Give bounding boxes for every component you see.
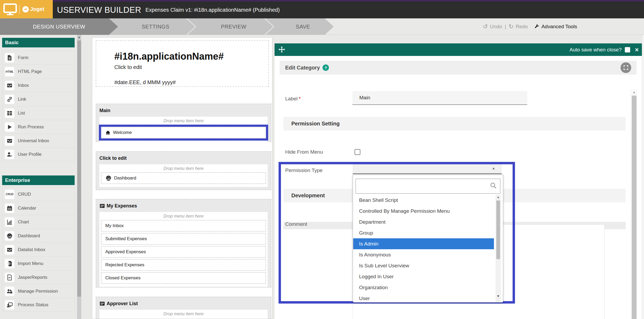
sidebar-item-chart[interactable]: Chart — [2, 215, 75, 229]
hide-from-menu-checkbox[interactable] — [355, 149, 360, 155]
userview-builder: Joget USERVIEW BUILDER Expenses Claim v1… — [0, 0, 644, 319]
sidebar-item-label: Process Status — [18, 302, 48, 308]
autosave-checkbox[interactable] — [625, 47, 630, 52]
sidebar-item-label: Form — [18, 55, 29, 60]
edit-category-header: Edit Category ? — [280, 61, 637, 75]
joget-logo[interactable]: Joget — [0, 0, 53, 18]
link-icon — [5, 94, 15, 104]
sidebar-item-label: Datalist Inbox — [18, 247, 45, 252]
user-edit-icon — [5, 149, 15, 160]
dropdown-scrollbar[interactable]: ▲ ▼ — [496, 195, 501, 302]
redo-button[interactable]: ↻ Redo — [509, 23, 528, 30]
panel-scroll-thumb[interactable] — [632, 96, 637, 319]
click-to-edit-hint[interactable]: Click to edit — [114, 64, 268, 70]
category-my-expenses[interactable]: My ExpensesDrop menu item hereMy InboxSu… — [96, 199, 271, 288]
dropdown-option-user[interactable]: User — [353, 293, 494, 302]
menu-item-approved-expenses[interactable]: Approved Expenses — [101, 246, 266, 258]
tab-settings[interactable]: SETTINGS — [108, 18, 195, 35]
tab-design-userview[interactable]: DESIGN USERVIEW — [0, 18, 118, 35]
dropdown-option-is-admin[interactable]: Is Admin — [353, 238, 494, 249]
sidebar-item-label: User Profile — [18, 152, 42, 157]
sidebar-section-basic: Basic — [2, 38, 75, 47]
sidebar-item-run-process[interactable]: Run Process — [2, 120, 75, 134]
dropdown-scroll-thumb[interactable] — [496, 201, 500, 259]
scroll-up-icon[interactable]: ▲ — [496, 195, 501, 199]
category-label[interactable]: Main — [99, 108, 110, 113]
category-label[interactable]: Approver List — [107, 301, 138, 306]
sidebar-item-process-status[interactable]: Process Status — [2, 298, 75, 312]
sidebar-item-form[interactable]: Form — [2, 51, 75, 64]
category-dropzone[interactable]: Drop menu item hereMy InboxSubmitted Exp… — [99, 212, 268, 287]
user-screen-icon — [5, 300, 15, 310]
category-dropzone[interactable]: Drop menu item hereWelcome — [99, 117, 268, 144]
dropdown-option-is-anonymous[interactable]: Is Anonymous — [353, 249, 494, 260]
userview-title[interactable]: #i18n.applicationName# — [114, 51, 268, 62]
tab-preview[interactable]: PREVIEW — [186, 18, 273, 35]
scroll-down-icon[interactable]: ▼ — [496, 294, 501, 298]
category-main[interactable]: MainDrop menu item hereWelcome — [96, 104, 271, 142]
menu-item-dashboard[interactable]: Dashboard — [101, 172, 266, 184]
gauge-icon — [5, 231, 15, 241]
help-icon[interactable]: ? — [323, 64, 329, 71]
sidebar-item-import-menu[interactable]: Import Menu — [2, 256, 75, 270]
sidebar-scrollbar[interactable]: ▲ — [77, 35, 81, 319]
panel-scrollbar[interactable]: ▲ — [631, 89, 637, 319]
design-canvas: #i18n.applicationName# Click to edit #da… — [92, 37, 272, 319]
dropdown-option-controlled-by-manage-permission-menu[interactable]: Controlled By Manage Permission Menu — [353, 206, 494, 216]
page-right-gutter — [642, 35, 644, 319]
dropdown-option-logged-in-user[interactable]: Logged In User — [353, 271, 494, 282]
close-icon[interactable]: × — [635, 43, 639, 56]
permission-setting-header: Permission Setting — [283, 117, 626, 130]
category-label[interactable]: My Expenses — [107, 203, 137, 209]
sidebar-item-datalist-inbox[interactable]: Datalist Inbox — [2, 243, 75, 256]
menu-item-welcome[interactable]: Welcome — [101, 127, 266, 138]
sidebar-item-universal-inbox[interactable]: Universal Inbox — [2, 134, 75, 148]
sidebar-scroll-thumb[interactable] — [77, 40, 81, 297]
logo-separator — [19, 5, 20, 14]
menu-item-label: Dashboard — [114, 175, 136, 181]
permission-type-select[interactable]: ▲ — [353, 164, 502, 174]
dropdown-option-is-sub-level-userview[interactable]: Is Sub Level Userview — [353, 260, 494, 271]
menu-item-closed-expenses[interactable]: Closed Expenses — [101, 272, 266, 284]
userview-header-block[interactable]: #i18n.applicationName# Click to edit #da… — [96, 40, 269, 87]
app-subtitle: Expenses Claim v1: #i18n.applicationName… — [146, 7, 280, 13]
advanced-tools-button[interactable]: Advanced Tools — [534, 24, 577, 30]
menu-item-submitted-expenses[interactable]: Submitted Expenses — [101, 233, 266, 245]
builder-tabbar: DESIGN USERVIEWSETTINGSPREVIEWSAVE ↺ Und… — [0, 18, 644, 35]
sidebar-item-user-profile[interactable]: User Profile — [2, 148, 75, 161]
expand-icon[interactable] — [621, 62, 631, 73]
dropdown-option-department[interactable]: Department — [353, 216, 494, 227]
palette-sidebar: BasicFormHTMLHTML PageInboxLinkListRun P… — [0, 35, 77, 319]
autosave-label: Auto save when close? — [570, 47, 622, 53]
sidebar-item-calendar[interactable]: Calendar — [2, 201, 75, 215]
sidebar-item-manage-permission[interactable]: Manage Permission — [2, 284, 75, 298]
dropdown-option-bean-shell-script[interactable]: Bean Shell Script — [353, 195, 494, 206]
inbox-icon — [5, 136, 15, 146]
move-icon[interactable] — [278, 46, 286, 54]
category-dropzone[interactable]: Drop menu item here — [99, 310, 268, 319]
category-dropzone[interactable]: Drop menu item hereDashboard — [99, 164, 268, 187]
menu-item-rejected-expenses[interactable]: Rejected Expenses — [101, 259, 266, 271]
label-input[interactable] — [352, 91, 527, 105]
sidebar-item-list[interactable]: List — [2, 106, 75, 120]
sidebar-item-jasperreports[interactable]: JasperReports — [2, 270, 75, 284]
sidebar-item-link[interactable]: Link — [2, 92, 75, 106]
dropdown-search-input[interactable] — [356, 179, 500, 194]
sidebar-item-label: Manage Permission — [18, 289, 58, 294]
menu-item-my-inbox[interactable]: My Inbox — [101, 220, 266, 232]
sidebar-item-html-page[interactable]: HTMLHTML Page — [2, 64, 75, 78]
sidebar-item-inbox[interactable]: Inbox — [2, 78, 75, 92]
dropdown-option-group[interactable]: Group — [353, 227, 494, 238]
menu-item-label: Welcome — [113, 130, 132, 135]
scroll-up-icon[interactable]: ▲ — [631, 90, 637, 94]
category-approver-list[interactable]: Approver ListDrop menu item here — [96, 297, 271, 319]
category-label[interactable]: Click to edit — [99, 156, 127, 161]
undo-button[interactable]: ↺ Undo — [483, 23, 502, 30]
sidebar-item-dashboard[interactable]: Dashboard — [2, 229, 75, 243]
sidebar-item-crud[interactable]: CRUDCRUD — [2, 187, 75, 201]
sidebar-item-label: Run Process — [18, 124, 44, 130]
tab-save[interactable]: SAVE — [264, 18, 334, 35]
category-click-to-edit[interactable]: Click to editDrop menu item hereDashboar… — [96, 151, 271, 190]
scroll-up-icon[interactable]: ▲ — [77, 35, 81, 39]
dropdown-option-organization[interactable]: Organization — [353, 282, 494, 293]
